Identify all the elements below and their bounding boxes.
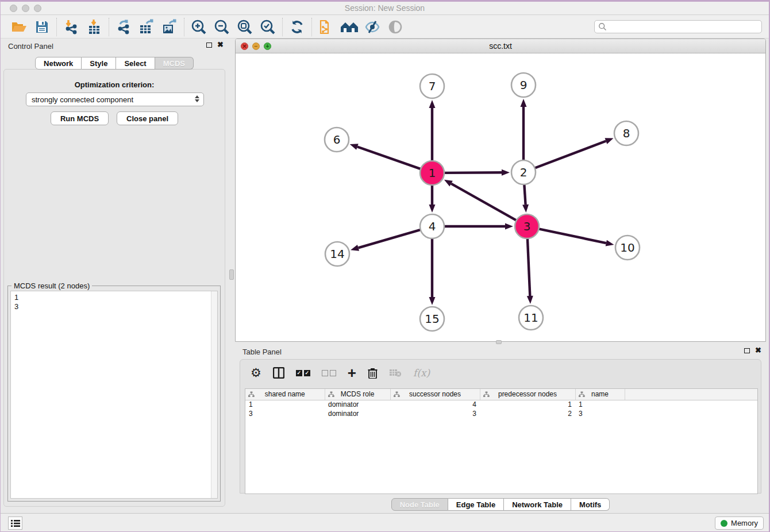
edge-2-8[interactable]: [535, 141, 606, 168]
attribute-icon: [579, 391, 585, 398]
splitter-grip[interactable]: [496, 340, 502, 344]
table-toolbar: ⚙ ✓✓ + f(x): [240, 360, 761, 386]
edge-3-10[interactable]: [539, 229, 606, 243]
window-title: Session: New Session: [1, 3, 769, 13]
close-panel-icon[interactable]: ✖: [755, 347, 761, 354]
edge-3-1[interactable]: [451, 184, 517, 221]
column-header-predecessor-nodes[interactable]: predecessor nodes: [480, 389, 575, 400]
network-window-title: scc.txt: [236, 41, 765, 51]
table-cell[interactable]: 4: [390, 400, 480, 409]
tab-mcds[interactable]: MCDS: [155, 57, 194, 70]
import-table-button[interactable]: [83, 17, 106, 37]
column-header-successor-nodes[interactable]: successor nodes: [390, 389, 480, 400]
edge-3-11[interactable]: [528, 238, 530, 296]
export-network-button[interactable]: [112, 17, 135, 37]
zoom-out-button[interactable]: [210, 17, 233, 37]
zoom-selected-button[interactable]: [256, 17, 279, 37]
vertical-splitter[interactable]: [228, 38, 235, 513]
node-label-4: 4: [429, 219, 436, 233]
zoom-in-button[interactable]: [187, 17, 210, 37]
table-cell[interactable]: 3: [245, 409, 325, 418]
task-history-button[interactable]: [8, 516, 22, 530]
splitter-grip[interactable]: [229, 269, 234, 280]
result-scrollbar[interactable]: [211, 291, 217, 498]
table-cell[interactable]: 2: [480, 409, 575, 418]
clone-network-button[interactable]: [315, 17, 338, 37]
tab-network[interactable]: Network: [35, 57, 82, 70]
add-row-icon[interactable]: +: [348, 365, 356, 380]
column-header-MCDS-role[interactable]: MCDS role: [325, 389, 390, 400]
mcds-result-textarea[interactable]: 1 3: [10, 291, 218, 499]
column-header-name[interactable]: name: [575, 389, 625, 400]
close-panel-button[interactable]: Close panel: [117, 111, 178, 125]
save-icon: [35, 20, 49, 34]
list-icon: [11, 519, 20, 527]
tab-node-table[interactable]: Node Table: [391, 498, 448, 511]
optimization-criterion-label: Optimization criterion:: [1, 80, 228, 89]
table-tabs: Node TableEdge TableNetwork TableMotifs: [235, 498, 766, 511]
refresh-button[interactable]: [286, 17, 309, 37]
attribute-icon: [248, 391, 255, 398]
arrowhead-1-7: [429, 100, 436, 108]
save-session-button[interactable]: [30, 17, 53, 37]
columns-icon[interactable]: [273, 365, 284, 380]
export-image-button[interactable]: [158, 17, 181, 37]
tab-edge-table[interactable]: Edge Table: [448, 498, 504, 511]
zoom-fit-button[interactable]: [233, 17, 256, 37]
control-panel-header: Control Panel ✖: [1, 38, 228, 53]
memory-button[interactable]: Memory: [715, 516, 764, 530]
table-cell[interactable]: 1: [245, 400, 325, 409]
arrowhead-3-1: [444, 180, 453, 187]
tab-network-table[interactable]: Network Table: [504, 498, 571, 511]
close-panel-icon[interactable]: ✖: [217, 41, 224, 48]
hide-panel-button[interactable]: [361, 17, 384, 37]
home-icon: [340, 20, 359, 34]
delete-row-icon[interactable]: [368, 365, 378, 380]
export-table-button[interactable]: [135, 17, 158, 37]
export-table-icon: [138, 19, 155, 35]
search-input[interactable]: [607, 22, 761, 32]
criterion-select[interactable]: strongly connected component: [26, 92, 204, 106]
table-cell[interactable]: 1: [480, 400, 575, 409]
table-cell[interactable]: 3: [390, 409, 480, 418]
float-panel-icon[interactable]: [206, 43, 212, 48]
network-canvas[interactable]: 1234678910111415: [236, 53, 766, 342]
edge-4-14[interactable]: [358, 230, 420, 248]
open-folder-icon: [11, 21, 27, 33]
select-all-icon[interactable]: ✓✓: [296, 365, 310, 380]
arrowhead-4-3: [505, 223, 513, 230]
import-network-button[interactable]: [60, 17, 83, 37]
node-table[interactable]: shared nameMCDS rolesuccessor nodesprede…: [245, 388, 758, 494]
tab-select[interactable]: Select: [116, 57, 155, 70]
node-label-7: 7: [429, 79, 436, 93]
edge-1-6[interactable]: [357, 147, 421, 169]
float-panel-icon[interactable]: [744, 348, 750, 353]
open-file-button[interactable]: [7, 17, 30, 37]
tab-motifs[interactable]: Motifs: [571, 498, 610, 511]
table-cell[interactable]: dominator: [325, 400, 390, 409]
table-cell[interactable]: 3: [575, 409, 625, 418]
network-window: ✕ − + scc.txt 1234678910111415: [235, 38, 766, 342]
tab-style[interactable]: Style: [82, 57, 116, 70]
table-row[interactable]: 3dominator323: [245, 409, 758, 418]
attribute-icon: [483, 391, 490, 398]
table-cell[interactable]: 1: [575, 400, 625, 409]
node-label-1: 1: [429, 166, 436, 180]
delete-table-icon: [389, 365, 402, 380]
column-header-shared-name[interactable]: shared name: [245, 389, 325, 400]
run-mcds-button[interactable]: Run MCDS: [51, 111, 109, 125]
table-cell[interactable]: dominator: [325, 409, 390, 418]
memory-label: Memory: [731, 519, 758, 527]
edge-1-2[interactable]: [444, 172, 502, 173]
hide-panel-icon: [364, 20, 380, 34]
toolbar-separator: [184, 18, 184, 36]
home-button[interactable]: [338, 17, 361, 37]
deselect-all-icon[interactable]: [322, 365, 336, 380]
gear-icon[interactable]: ⚙: [251, 365, 261, 380]
search-box[interactable]: [594, 20, 762, 33]
edge-2-3[interactable]: [524, 184, 525, 205]
table-row[interactable]: 1dominator411: [245, 400, 758, 409]
presentation-button[interactable]: [384, 17, 407, 37]
export-network-icon: [116, 19, 132, 35]
network-graph[interactable]: 1234678910111415: [236, 53, 766, 342]
